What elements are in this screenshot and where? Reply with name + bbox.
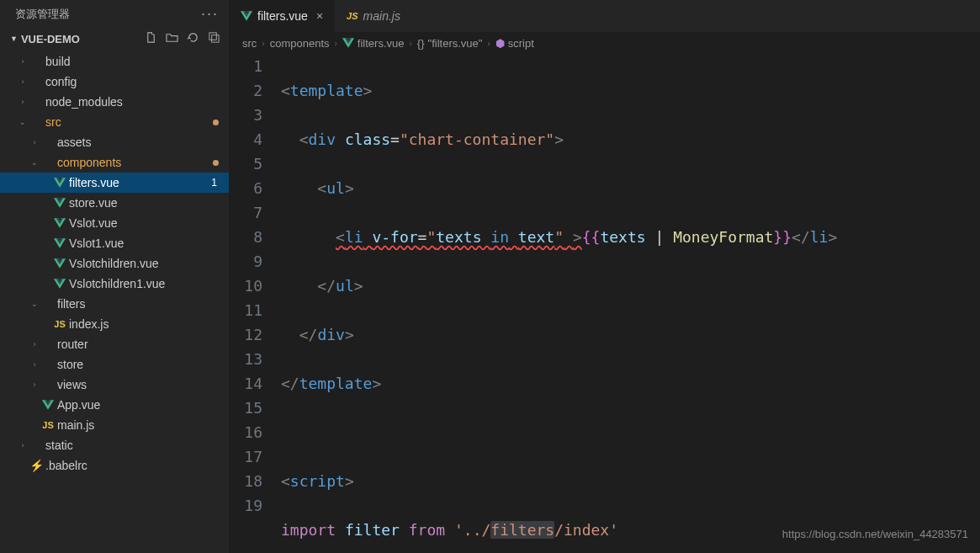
refresh-icon[interactable] — [187, 31, 199, 46]
breadcrumb-2[interactable]: filters.vue — [342, 37, 405, 50]
chevron-down-icon: ▼ — [10, 35, 18, 43]
file-Vslot.vue[interactable]: ›Vslot.vue — [0, 213, 229, 233]
explorer-header: 资源管理器 ··· — [0, 0, 229, 28]
file-.babelrc[interactable]: ›⚡.babelrc — [0, 455, 229, 476]
folder-filters[interactable]: ⌄filters — [0, 294, 229, 314]
breadcrumb-0[interactable]: src — [242, 37, 257, 50]
explorer-title: 资源管理器 — [15, 7, 70, 22]
folder-static[interactable]: ›static — [0, 435, 229, 455]
folder-router[interactable]: ›router — [0, 334, 229, 354]
breadcrumb-3[interactable]: {}"filters.vue" — [417, 37, 483, 50]
file-filters.vue[interactable]: ›filters.vue1 — [0, 173, 229, 193]
new-folder-icon[interactable] — [166, 31, 178, 46]
folder-config[interactable]: ›config — [0, 72, 229, 92]
line-gutter: 12345678910111213141516171819 — [229, 54, 281, 553]
more-icon[interactable]: ··· — [201, 5, 219, 23]
tab-main.js[interactable]: JSmain.js — [335, 0, 412, 32]
file-Vslotchildren1.vue[interactable]: ›Vslotchildren1.vue — [0, 274, 229, 294]
folder-assets[interactable]: ›assets — [0, 132, 229, 152]
breadcrumb[interactable]: src›components›filters.vue›{}"filters.vu… — [229, 32, 980, 54]
tab-bar: filters.vue×JSmain.js — [229, 0, 980, 32]
folder-views[interactable]: ›views — [0, 375, 229, 395]
new-file-icon[interactable] — [145, 31, 157, 46]
svg-rect-0 — [209, 33, 216, 40]
tab-filters.vue[interactable]: filters.vue× — [229, 0, 335, 32]
file-main.js[interactable]: ›JSmain.js — [0, 415, 229, 435]
file-Vslot1.vue[interactable]: ›Vslot1.vue — [0, 233, 229, 253]
file-store.vue[interactable]: ›store.vue — [0, 193, 229, 213]
folder-node_modules[interactable]: ›node_modules — [0, 92, 229, 112]
code-content[interactable]: <template> <div class="chart-container">… — [281, 54, 980, 553]
code-editor[interactable]: 12345678910111213141516171819 <template>… — [229, 54, 980, 553]
project-row[interactable]: ▼ VUE-DEMO — [0, 28, 229, 50]
close-icon[interactable]: × — [316, 9, 323, 23]
svg-rect-1 — [212, 35, 219, 42]
project-name: VUE-DEMO — [21, 33, 80, 45]
collapse-icon[interactable] — [208, 31, 220, 46]
file-index.js[interactable]: ›JSindex.js — [0, 314, 229, 334]
breadcrumb-4[interactable]: ⬢script — [495, 37, 534, 50]
watermark: https://blog.csdn.net/weixin_44283571 — [782, 522, 968, 546]
file-tree: ›build›config›node_modules⌄src›assets⌄co… — [0, 50, 229, 553]
file-App.vue[interactable]: ›App.vue — [0, 395, 229, 415]
file-Vslotchildren.vue[interactable]: ›Vslotchildren.vue — [0, 253, 229, 274]
editor-area: filters.vue×JSmain.js src›components›fil… — [229, 0, 980, 553]
folder-build[interactable]: ›build — [0, 51, 229, 72]
folder-components[interactable]: ⌄components — [0, 152, 229, 173]
folder-store[interactable]: ›store — [0, 354, 229, 375]
folder-src[interactable]: ⌄src — [0, 112, 229, 132]
breadcrumb-1[interactable]: components — [270, 37, 330, 50]
explorer-sidebar: 资源管理器 ··· ▼ VUE-DEMO ›build›config›node_… — [0, 0, 229, 553]
